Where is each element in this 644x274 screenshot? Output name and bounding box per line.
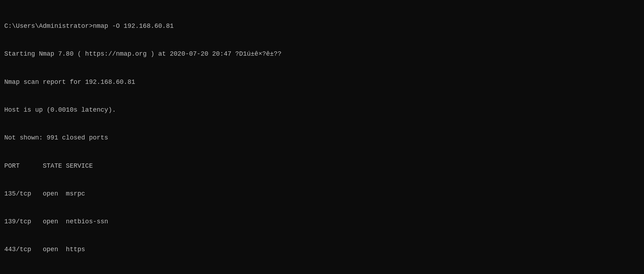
terminal-line-report: Nmap scan report for 192.168.60.81 [4, 77, 640, 87]
terminal-line-not-shown: Not shown: 991 closed ports [4, 133, 640, 142]
terminal-line-header: PORT STATE SERVICE [4, 161, 640, 171]
terminal-line-host-up: Host is up (0.0010s latency). [4, 105, 640, 115]
terminal-line-port2: 139/tcp open netbios-ssn [4, 217, 640, 226]
terminal-line-starting: Starting Nmap 7.80 ( https://nmap.org ) … [4, 49, 640, 59]
terminal-line-port3: 443/tcp open https [4, 245, 640, 254]
terminal-line-cmd: C:\Users\Administrator>nmap -O 192.168.6… [4, 21, 640, 31]
terminal-line-port1: 135/tcp open msrpc [4, 189, 640, 198]
terminal-window: C:\Users\Administrator>nmap -O 192.168.6… [4, 3, 640, 274]
